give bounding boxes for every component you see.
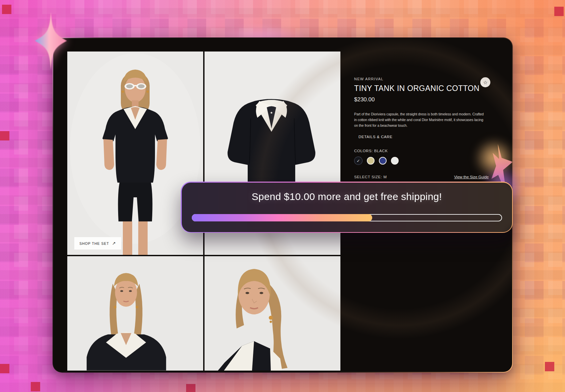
color-swatch-row: ✓ bbox=[354, 157, 489, 165]
free-shipping-toast-body: Spend $10.00 more and get free shipping! bbox=[182, 183, 512, 232]
gallery-photo-closeup[interactable] bbox=[205, 256, 340, 371]
shop-the-set-button[interactable]: SHOP THE SET ↗ bbox=[74, 237, 121, 250]
shipping-progress-fill bbox=[192, 214, 373, 221]
new-arrival-eyebrow: NEW ARRIVAL bbox=[354, 77, 489, 81]
pixel-accent-square bbox=[0, 364, 9, 373]
product-description: Part of the Dioriviera capsule, the stra… bbox=[354, 111, 485, 128]
pixel-accent-square bbox=[2, 5, 11, 14]
pixel-accent-square bbox=[554, 7, 564, 16]
gallery-photo-portrait[interactable] bbox=[67, 256, 203, 371]
pixel-accent-square bbox=[0, 131, 9, 140]
pixel-accent-square bbox=[31, 382, 40, 391]
portrait-illustration bbox=[67, 256, 203, 371]
closeup-illustration bbox=[205, 256, 340, 371]
product-info-panel: NEW ARRIVAL TINY TANK IN ORGANIC COTTON … bbox=[354, 77, 489, 197]
pixel-accent-square bbox=[545, 362, 554, 371]
details-and-care-button[interactable]: DETAILS & CARE bbox=[354, 135, 393, 139]
color-swatch-white[interactable] bbox=[391, 157, 399, 165]
arrow-up-right-icon: ↗ bbox=[112, 241, 116, 246]
check-icon: ✓ bbox=[356, 159, 360, 163]
shipping-progress-bar bbox=[192, 214, 502, 221]
sparkle-star-decoration bbox=[33, 12, 67, 70]
color-swatch-black[interactable]: ✓ bbox=[354, 157, 362, 165]
desktop-background: SHOP THE SET ↗ ☆ NEW ARRIVAL TINY TANK I… bbox=[0, 0, 565, 392]
product-price: $230.00 bbox=[354, 96, 489, 103]
shop-the-set-label: SHOP THE SET bbox=[79, 241, 109, 246]
size-header-row: SELECT SIZE: M View the Size Guide bbox=[354, 175, 489, 179]
colors-label: COLORS: BLACK bbox=[354, 149, 489, 153]
product-title: TINY TANK IN ORGANIC COTTON bbox=[354, 84, 489, 93]
free-shipping-message: Spend $10.00 more and get free shipping! bbox=[252, 191, 442, 202]
pixel-accent-square bbox=[186, 384, 195, 392]
color-swatch-navy[interactable] bbox=[379, 157, 387, 165]
select-size-label: SELECT SIZE: M bbox=[354, 175, 387, 179]
color-swatch-khaki[interactable] bbox=[367, 157, 375, 165]
free-shipping-toast: Spend $10.00 more and get free shipping! bbox=[181, 182, 513, 233]
